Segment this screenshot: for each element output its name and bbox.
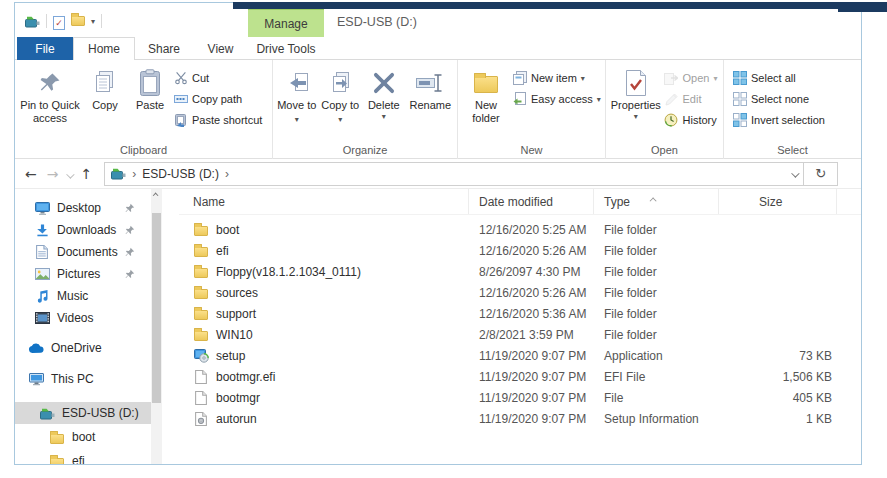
breadcrumb-drive[interactable]: ESD-USB (D:) <box>142 167 219 181</box>
manage-contextual-header[interactable]: Manage <box>248 9 324 37</box>
file-size: 405 KB <box>719 391 837 405</box>
desktop-icon <box>34 202 50 215</box>
file-row-bootmgr-efi[interactable]: bootmgr.efi11/19/2020 9:07 PMEFI File1,5… <box>179 366 861 387</box>
new-folder-button[interactable]: New folder <box>460 65 512 125</box>
move-to-button[interactable]: Move to ▾ <box>275 65 319 126</box>
scrollbar-up-arrow[interactable] <box>151 192 162 196</box>
history-button[interactable]: History <box>664 111 721 129</box>
file-icon <box>193 370 209 384</box>
sidebar-item-music[interactable]: Music <box>15 285 151 307</box>
file-rows: boot12/16/2020 5:25 AMFile folderefi12/1… <box>179 215 861 429</box>
file-type: Setup Information <box>594 412 719 426</box>
sidebar-item-label: This PC <box>51 372 94 386</box>
sidebar-item-label: OneDrive <box>51 341 102 355</box>
paste-button[interactable]: Paste <box>127 65 173 112</box>
file-row-autorun[interactable]: autorun11/19/2020 9:07 PMSetup Informati… <box>179 408 861 429</box>
tab-drive-tools[interactable]: Drive Tools <box>248 37 324 60</box>
address-dropdown[interactable] <box>791 167 797 181</box>
folder-icon <box>49 455 65 465</box>
move-to-icon <box>285 67 309 99</box>
copy-path-button[interactable]: Copy path <box>173 90 269 108</box>
easy-access-button[interactable]: Easy access ▾ <box>512 90 602 108</box>
properties-check-icon: ✓ <box>53 16 65 30</box>
folder-icon <box>71 16 85 26</box>
paste-shortcut-button[interactable]: Paste shortcut <box>173 111 269 129</box>
folder-icon <box>193 307 209 320</box>
invert-selection-button[interactable]: Invert selection <box>732 111 856 129</box>
column-header-type[interactable]: Type <box>594 189 719 214</box>
sidebar-item-desktop[interactable]: Desktop <box>15 197 151 219</box>
column-header-filler <box>837 189 861 214</box>
ribbon: Pin to Quick access Copy Paste Cut <box>15 60 861 159</box>
new-item-icon <box>512 71 527 85</box>
select-all-button[interactable]: Select all <box>732 69 856 87</box>
sidebar-item-efi[interactable]: efi <box>15 450 151 464</box>
file-row-efi[interactable]: efi12/16/2020 5:26 AMFile folder <box>179 240 861 261</box>
new-folder-quick-button[interactable] <box>71 12 85 30</box>
properties-button[interactable]: Properties ▾ <box>608 65 664 121</box>
sidebar-item-label: Videos <box>57 311 93 325</box>
column-header-size[interactable]: Size <box>719 189 837 214</box>
sidebar-item-esd-usb-d-[interactable]: ESD-USB (D:) <box>15 402 151 424</box>
new-group-label: New <box>458 144 605 156</box>
file-row-support[interactable]: support12/16/2020 5:36 AMFile folder <box>179 303 861 324</box>
file-row-win10[interactable]: WIN102/8/2021 3:59 PMFile folder <box>179 324 861 345</box>
sidebar-item-downloads[interactable]: Downloads <box>15 219 151 241</box>
tab-view[interactable]: View <box>193 37 248 60</box>
copy-path-icon <box>173 93 188 105</box>
sidebar-scrollbar[interactable] <box>151 189 162 464</box>
file-type: EFI File <box>594 370 719 384</box>
file-row-sources[interactable]: sources12/16/2020 5:26 AMFile folder <box>179 282 861 303</box>
file-date-modified: 11/19/2020 9:07 PM <box>469 391 594 405</box>
tab-file[interactable]: File <box>17 37 73 60</box>
open-button[interactable]: Open ▾ <box>664 69 721 87</box>
sidebar-item-boot[interactable]: boot <box>15 426 151 448</box>
thispc-icon <box>28 373 44 386</box>
tab-share[interactable]: Share <box>135 37 193 60</box>
copy-button[interactable]: Copy <box>83 65 127 112</box>
forward-button[interactable]: → <box>47 166 59 182</box>
sidebar-item-documents[interactable]: Documents <box>15 241 151 263</box>
file-row-setup[interactable]: setup11/19/2020 9:07 PMApplication73 KB <box>179 345 861 366</box>
file-type: File folder <box>594 286 719 300</box>
select-none-button[interactable]: Select none <box>732 90 856 108</box>
tab-home[interactable]: Home <box>73 37 135 60</box>
file-row-boot[interactable]: boot12/16/2020 5:25 AMFile folder <box>179 219 861 240</box>
delete-button[interactable]: Delete ▾ <box>362 65 406 121</box>
file-date-modified: 12/16/2020 5:25 AM <box>469 223 594 237</box>
scrollbar-thumb[interactable] <box>152 213 161 403</box>
sidebar-item-videos[interactable]: Videos <box>15 307 151 329</box>
sidebar-item-onedrive[interactable]: OneDrive <box>15 337 151 359</box>
file-date-modified: 11/19/2020 9:07 PM <box>469 349 594 363</box>
pin-to-quick-access-button[interactable]: Pin to Quick access <box>17 65 83 125</box>
documents-icon <box>34 245 50 259</box>
file-row-bootmgr[interactable]: bootmgr11/19/2020 9:07 PMFile405 KB <box>179 387 861 408</box>
ribbon-tab-row: File Home Share View Drive Tools <box>15 37 861 60</box>
sidebar-item-this-pc[interactable]: This PC <box>15 368 151 390</box>
up-button[interactable]: ↑ <box>80 166 92 182</box>
application-icon <box>193 349 209 363</box>
select-all-icon <box>732 71 747 85</box>
cut-button[interactable]: Cut <box>173 69 269 87</box>
sidebar-item-label: Downloads <box>57 223 116 237</box>
properties-quick-button[interactable]: ✓ <box>53 12 65 30</box>
address-box[interactable]: › ESD-USB (D:) › <box>104 162 804 186</box>
copy-to-button[interactable]: Copy to ▾ <box>319 65 363 126</box>
folder-icon <box>193 244 209 257</box>
file-row-floppy-v18-1-2-1034-0111-[interactable]: Floppy(v18.1.2.1034_0111)8/26/2097 4:30 … <box>179 261 861 282</box>
folder-icon <box>193 223 209 236</box>
edit-button[interactable]: Edit <box>664 90 721 108</box>
new-item-button[interactable]: New item ▾ <box>512 69 602 87</box>
back-button[interactable]: ← <box>25 166 37 182</box>
column-header-name[interactable]: Name <box>179 189 469 214</box>
column-header-date-modified[interactable]: Date modified <box>469 189 594 214</box>
file-name: sources <box>216 286 258 300</box>
refresh-button[interactable]: ↻ <box>804 162 838 186</box>
sidebar-item-pictures[interactable]: Pictures <box>15 263 151 285</box>
ribbon-group-clipboard: Pin to Quick access Copy Paste Cut <box>15 60 273 159</box>
rename-button[interactable]: Rename <box>406 65 455 112</box>
usb-drive-icon <box>39 407 55 420</box>
recent-locations-dropdown[interactable] <box>66 165 72 183</box>
customize-toolbar-dropdown[interactable]: ▾ <box>91 17 95 26</box>
sidebar-item-label: Desktop <box>57 201 101 215</box>
